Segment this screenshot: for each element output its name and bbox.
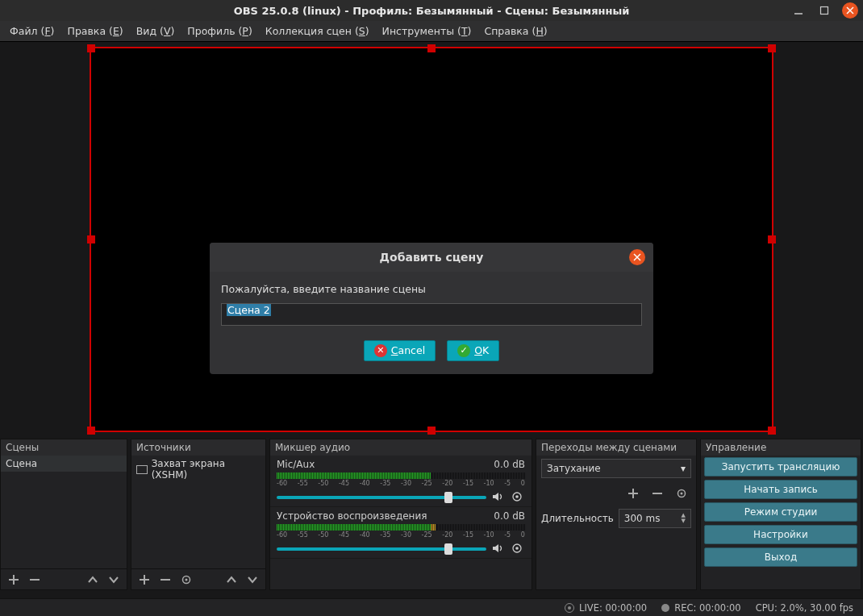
ok-button[interactable]: ✓ OK	[447, 340, 499, 361]
add-scene-dialog: Добавить сцену Пожалуйста, введите назва…	[210, 243, 653, 374]
ok-icon: ✓	[457, 344, 470, 357]
dialog-prompt: Пожалуйста, введите название сцены	[221, 283, 642, 295]
dialog-title: Добавить сцену	[380, 251, 484, 264]
dialog-overlay: Добавить сцену Пожалуйста, введите назва…	[0, 0, 863, 616]
cancel-button[interactable]: ✕ Cancel	[364, 340, 436, 361]
cancel-icon: ✕	[374, 344, 387, 357]
scene-name-input[interactable]: Сцена 2	[221, 303, 642, 326]
dialog-titlebar[interactable]: Добавить сцену	[210, 243, 653, 272]
scene-name-value: Сцена 2	[227, 304, 271, 316]
dialog-close-button[interactable]	[629, 249, 645, 265]
